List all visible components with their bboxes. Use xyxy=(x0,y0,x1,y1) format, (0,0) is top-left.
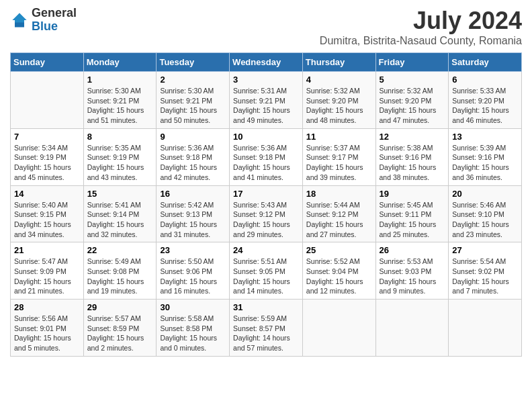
day-info: Sunrise: 5:56 AM Sunset: 9:01 PM Dayligh… xyxy=(14,314,80,353)
logo-icon xyxy=(10,11,29,30)
day-info: Sunrise: 5:30 AM Sunset: 9:21 PM Dayligh… xyxy=(160,86,226,126)
day-info: Sunrise: 5:50 AM Sunset: 9:06 PM Dayligh… xyxy=(160,257,226,296)
day-cell: 1Sunrise: 5:30 AM Sunset: 9:21 PM Daylig… xyxy=(83,72,157,129)
day-cell xyxy=(11,72,84,129)
day-number: 31 xyxy=(233,302,299,312)
day-cell: 29Sunrise: 5:57 AM Sunset: 8:59 PM Dayli… xyxy=(83,300,157,357)
day-number: 19 xyxy=(380,189,445,199)
day-cell: 5Sunrise: 5:32 AM Sunset: 9:20 PM Daylig… xyxy=(375,72,449,129)
day-number: 16 xyxy=(160,189,226,199)
day-number: 22 xyxy=(87,245,153,255)
day-cell xyxy=(302,300,375,357)
day-cell: 14Sunrise: 5:40 AM Sunset: 9:15 PM Dayli… xyxy=(11,185,84,242)
day-number: 20 xyxy=(452,189,518,199)
day-info: Sunrise: 5:49 AM Sunset: 9:08 PM Dayligh… xyxy=(87,257,153,296)
day-info: Sunrise: 5:54 AM Sunset: 9:02 PM Dayligh… xyxy=(452,257,518,296)
day-info: Sunrise: 5:36 AM Sunset: 9:18 PM Dayligh… xyxy=(233,143,299,183)
day-cell: 15Sunrise: 5:41 AM Sunset: 9:14 PM Dayli… xyxy=(83,185,157,242)
logo-general-text: General xyxy=(32,6,77,19)
day-cell: 11Sunrise: 5:37 AM Sunset: 9:17 PM Dayli… xyxy=(302,128,375,185)
day-number: 9 xyxy=(160,132,226,142)
day-info: Sunrise: 5:30 AM Sunset: 9:21 PM Dayligh… xyxy=(87,86,153,126)
day-info: Sunrise: 5:31 AM Sunset: 9:21 PM Dayligh… xyxy=(233,86,299,126)
day-number: 18 xyxy=(306,189,372,199)
day-number: 8 xyxy=(87,132,153,142)
title-area: July 2024 Dumitra, Bistrita-Nasaud Count… xyxy=(320,7,522,47)
day-number: 11 xyxy=(306,132,372,142)
day-number: 7 xyxy=(14,132,80,142)
day-number: 10 xyxy=(233,132,299,142)
day-info: Sunrise: 5:35 AM Sunset: 9:19 PM Dayligh… xyxy=(87,143,153,183)
day-info: Sunrise: 5:46 AM Sunset: 9:10 PM Dayligh… xyxy=(452,200,518,240)
header-cell-tuesday: Tuesday xyxy=(157,53,230,72)
day-cell xyxy=(449,300,522,357)
header-cell-saturday: Saturday xyxy=(449,53,522,72)
day-info: Sunrise: 5:37 AM Sunset: 9:17 PM Dayligh… xyxy=(306,143,372,183)
day-number: 23 xyxy=(160,245,226,255)
day-number: 17 xyxy=(233,189,299,199)
day-cell: 19Sunrise: 5:45 AM Sunset: 9:11 PM Dayli… xyxy=(375,185,449,242)
day-cell: 4Sunrise: 5:32 AM Sunset: 9:20 PM Daylig… xyxy=(302,72,375,129)
day-info: Sunrise: 5:43 AM Sunset: 9:12 PM Dayligh… xyxy=(233,200,299,240)
main-title: July 2024 xyxy=(320,7,522,35)
day-cell: 16Sunrise: 5:42 AM Sunset: 9:13 PM Dayli… xyxy=(157,185,230,242)
day-info: Sunrise: 5:39 AM Sunset: 9:16 PM Dayligh… xyxy=(452,143,518,183)
day-info: Sunrise: 5:32 AM Sunset: 9:20 PM Dayligh… xyxy=(306,86,372,126)
week-row-4: 21Sunrise: 5:47 AM Sunset: 9:09 PM Dayli… xyxy=(11,242,522,300)
day-number: 26 xyxy=(380,245,445,255)
day-number: 29 xyxy=(87,302,153,312)
day-info: Sunrise: 5:57 AM Sunset: 8:59 PM Dayligh… xyxy=(87,314,153,353)
day-info: Sunrise: 5:45 AM Sunset: 9:11 PM Dayligh… xyxy=(380,200,445,240)
day-number: 30 xyxy=(160,302,226,312)
header-cell-wednesday: Wednesday xyxy=(230,53,303,72)
day-cell: 25Sunrise: 5:52 AM Sunset: 9:04 PM Dayli… xyxy=(302,242,375,300)
day-info: Sunrise: 5:47 AM Sunset: 9:09 PM Dayligh… xyxy=(14,257,80,296)
day-number: 25 xyxy=(306,245,372,255)
day-info: Sunrise: 5:52 AM Sunset: 9:04 PM Dayligh… xyxy=(306,257,372,296)
day-cell: 12Sunrise: 5:38 AM Sunset: 9:16 PM Dayli… xyxy=(375,128,449,185)
day-cell: 7Sunrise: 5:34 AM Sunset: 9:19 PM Daylig… xyxy=(11,128,84,185)
page-header: General Blue July 2024 Dumitra, Bistrita… xyxy=(10,7,522,47)
header-row: SundayMondayTuesdayWednesdayThursdayFrid… xyxy=(11,53,522,72)
day-cell: 13Sunrise: 5:39 AM Sunset: 9:16 PM Dayli… xyxy=(449,128,522,185)
header-cell-thursday: Thursday xyxy=(302,53,375,72)
day-info: Sunrise: 5:32 AM Sunset: 9:20 PM Dayligh… xyxy=(380,86,445,126)
day-cell: 18Sunrise: 5:44 AM Sunset: 9:12 PM Dayli… xyxy=(302,185,375,242)
day-number: 24 xyxy=(233,245,299,255)
day-info: Sunrise: 5:40 AM Sunset: 9:15 PM Dayligh… xyxy=(14,200,80,240)
day-info: Sunrise: 5:53 AM Sunset: 9:03 PM Dayligh… xyxy=(380,257,445,296)
day-info: Sunrise: 5:41 AM Sunset: 9:14 PM Dayligh… xyxy=(87,200,153,240)
day-cell: 21Sunrise: 5:47 AM Sunset: 9:09 PM Dayli… xyxy=(11,242,84,300)
day-info: Sunrise: 5:58 AM Sunset: 8:58 PM Dayligh… xyxy=(160,314,226,353)
day-number: 13 xyxy=(452,132,518,142)
day-number: 27 xyxy=(452,245,518,255)
day-info: Sunrise: 5:42 AM Sunset: 9:13 PM Dayligh… xyxy=(160,200,226,240)
day-cell: 26Sunrise: 5:53 AM Sunset: 9:03 PM Dayli… xyxy=(375,242,449,300)
day-cell: 8Sunrise: 5:35 AM Sunset: 9:19 PM Daylig… xyxy=(83,128,157,185)
calendar-header: SundayMondayTuesdayWednesdayThursdayFrid… xyxy=(11,53,522,72)
day-cell: 23Sunrise: 5:50 AM Sunset: 9:06 PM Dayli… xyxy=(157,242,230,300)
day-cell: 28Sunrise: 5:56 AM Sunset: 9:01 PM Dayli… xyxy=(11,300,84,357)
subtitle: Dumitra, Bistrita-Nasaud County, Romania xyxy=(320,35,522,47)
day-number: 5 xyxy=(380,75,445,85)
day-cell: 30Sunrise: 5:58 AM Sunset: 8:58 PM Dayli… xyxy=(157,300,230,357)
day-info: Sunrise: 5:34 AM Sunset: 9:19 PM Dayligh… xyxy=(14,143,80,183)
week-row-2: 7Sunrise: 5:34 AM Sunset: 9:19 PM Daylig… xyxy=(11,128,522,185)
day-info: Sunrise: 5:51 AM Sunset: 9:05 PM Dayligh… xyxy=(233,257,299,296)
day-number: 6 xyxy=(452,75,518,85)
day-cell: 3Sunrise: 5:31 AM Sunset: 9:21 PM Daylig… xyxy=(230,72,303,129)
day-number: 21 xyxy=(14,245,80,255)
day-info: Sunrise: 5:36 AM Sunset: 9:18 PM Dayligh… xyxy=(160,143,226,183)
week-row-5: 28Sunrise: 5:56 AM Sunset: 9:01 PM Dayli… xyxy=(11,300,522,357)
svg-marker-1 xyxy=(13,13,27,22)
day-cell: 2Sunrise: 5:30 AM Sunset: 9:21 PM Daylig… xyxy=(157,72,230,129)
day-number: 3 xyxy=(233,75,299,85)
day-number: 4 xyxy=(306,75,372,85)
day-cell: 22Sunrise: 5:49 AM Sunset: 9:08 PM Dayli… xyxy=(83,242,157,300)
day-cell: 20Sunrise: 5:46 AM Sunset: 9:10 PM Dayli… xyxy=(449,185,522,242)
day-cell: 27Sunrise: 5:54 AM Sunset: 9:02 PM Dayli… xyxy=(449,242,522,300)
header-cell-monday: Monday xyxy=(83,53,157,72)
day-cell: 31Sunrise: 5:59 AM Sunset: 8:57 PM Dayli… xyxy=(230,300,303,357)
day-cell: 9Sunrise: 5:36 AM Sunset: 9:18 PM Daylig… xyxy=(157,128,230,185)
day-number: 14 xyxy=(14,189,80,199)
